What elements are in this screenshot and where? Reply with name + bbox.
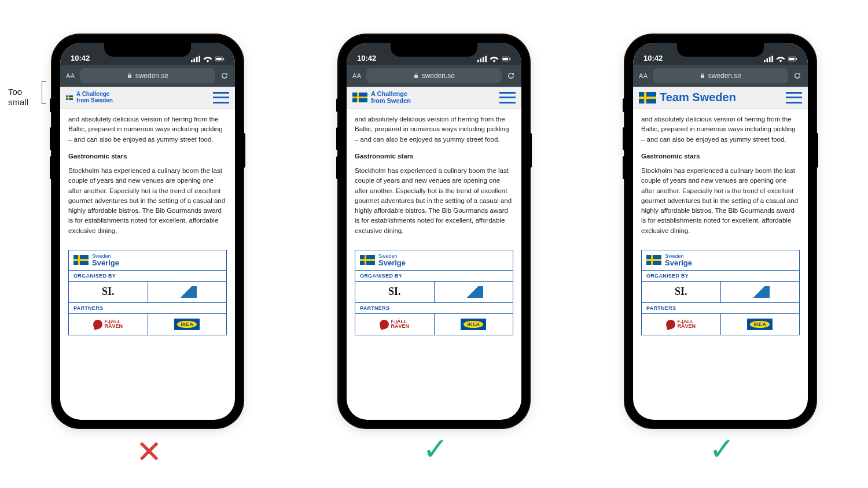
- svg-rect-5: [216, 58, 221, 60]
- fjallraven-icon: [379, 319, 391, 330]
- status-icons: [477, 56, 511, 62]
- verdict-correct-icon: ✓: [709, 431, 735, 467]
- article-body: and absolutely delicious version of herr…: [633, 109, 808, 245]
- footer-head-2: Sverige: [378, 259, 406, 267]
- partner-si[interactable]: SI.: [642, 282, 720, 302]
- annotation-too-small: Too small: [8, 87, 28, 108]
- browser-url-bar: AA sweden.se: [60, 65, 235, 87]
- battery-icon: [215, 56, 225, 62]
- menu-button[interactable]: [786, 92, 802, 103]
- url-box[interactable]: sweden.se: [653, 68, 788, 83]
- svg-rect-19: [789, 58, 794, 60]
- organised-by-label: ORGANISED BY: [69, 270, 226, 281]
- article-body: and absolutely delicious version of herr…: [60, 109, 235, 245]
- paragraph-2: Stockholm has experienced a culinary boo…: [641, 166, 800, 236]
- sweden-flag-icon: [352, 93, 367, 102]
- browser-url-bar: AA sweden.se: [347, 65, 521, 87]
- svg-rect-13: [510, 58, 510, 60]
- partner-si[interactable]: SI.: [355, 282, 434, 302]
- sweden-flag-icon: [66, 95, 73, 100]
- partner-fjallraven[interactable]: FJÄLLRÄVEN: [642, 314, 720, 335]
- reload-icon[interactable]: [793, 71, 802, 80]
- partner-fjallraven[interactable]: FJÄLLRÄVEN: [69, 314, 148, 335]
- partner-ikea[interactable]: IKEA: [434, 314, 513, 335]
- signal-icon: [191, 56, 200, 62]
- menu-button[interactable]: [499, 92, 516, 103]
- text-size-control[interactable]: AA: [352, 72, 362, 79]
- site-logo-small[interactable]: A Challenge from Sweden: [66, 91, 113, 103]
- battery-icon: [502, 56, 511, 62]
- phone-notch: [391, 43, 477, 57]
- partner-footer: Sweden Sverige ORGANISED BY SI. PARTNERS…: [355, 250, 513, 335]
- svg-rect-10: [485, 56, 487, 62]
- status-time: 10:42: [357, 54, 376, 62]
- verdict-correct-icon: ✓: [422, 431, 448, 467]
- sweden-flag-icon: [639, 92, 656, 103]
- page-topbar: Team Sweden: [633, 87, 808, 109]
- partner-si[interactable]: SI.: [69, 282, 148, 302]
- reload-icon[interactable]: [220, 71, 229, 80]
- site-logo-large[interactable]: Team Sweden: [639, 91, 736, 104]
- sweden-flag-icon: [73, 255, 89, 265]
- paragraph-1: and absolutely delicious version of herr…: [355, 114, 513, 145]
- logo-line-1: A Challenge: [371, 91, 411, 98]
- lock-icon: [413, 73, 419, 79]
- text-size-control[interactable]: AA: [66, 72, 75, 79]
- fjallraven-icon: [93, 319, 104, 330]
- logo-line-1: A Challenge: [76, 91, 113, 98]
- svg-rect-15: [766, 58, 768, 62]
- partner-business-sweden[interactable]: [148, 282, 227, 302]
- partner-business-sweden[interactable]: [434, 282, 513, 302]
- logo-text: Team Sweden: [660, 91, 736, 104]
- url-host: sweden.se: [135, 72, 168, 80]
- sweden-flag-icon: [646, 255, 661, 265]
- svg-rect-1: [193, 58, 195, 62]
- reload-icon[interactable]: [506, 71, 516, 80]
- signal-icon: [764, 56, 773, 62]
- partner-footer: Sweden Sverige ORGANISED BY SI. PARTNERS…: [641, 250, 800, 335]
- partners-label: PARTNERS: [69, 302, 226, 313]
- status-icons: [191, 56, 225, 62]
- article-body: and absolutely delicious version of herr…: [347, 109, 521, 245]
- browser-url-bar: AA sweden.se: [633, 65, 808, 87]
- svg-rect-6: [223, 58, 224, 60]
- site-logo-medium[interactable]: A Challenge from Sweden: [352, 91, 411, 104]
- business-sweden-icon: [177, 286, 197, 298]
- menu-button[interactable]: [213, 92, 229, 103]
- business-sweden-icon: [750, 286, 770, 298]
- wifi-icon: [490, 56, 499, 62]
- lock-icon: [127, 73, 133, 79]
- verdict-wrong-icon: ✕: [136, 434, 162, 470]
- svg-rect-3: [198, 56, 200, 62]
- lock-icon: [700, 73, 705, 79]
- svg-rect-2: [196, 57, 198, 62]
- svg-rect-20: [796, 58, 797, 60]
- phone-mockup-3: 10:42 AA sweden.se T: [625, 35, 816, 428]
- paragraph-1: and absolutely delicious version of herr…: [641, 114, 800, 145]
- phone-mockup-2: 10:42 AA sweden.se: [339, 35, 529, 428]
- status-time: 10:42: [71, 54, 90, 62]
- logo-line-2: from Sweden: [76, 98, 113, 104]
- paragraph-2: Stockholm has experienced a culinary boo…: [355, 166, 513, 236]
- partner-ikea[interactable]: IKEA: [720, 314, 800, 335]
- partner-fjallraven[interactable]: FJÄLLRÄVEN: [355, 314, 434, 335]
- subheading: Gastronomic stars: [68, 151, 227, 161]
- svg-rect-0: [191, 60, 193, 62]
- footer-head-2: Sverige: [92, 259, 119, 267]
- svg-rect-9: [483, 57, 484, 62]
- text-size-control[interactable]: AA: [639, 72, 648, 79]
- svg-rect-7: [477, 60, 479, 62]
- subheading: Gastronomic stars: [355, 151, 513, 161]
- paragraph-2: Stockholm has experienced a culinary boo…: [68, 166, 227, 236]
- svg-rect-12: [502, 58, 507, 60]
- url-box[interactable]: sweden.se: [366, 68, 502, 83]
- url-box[interactable]: sweden.se: [80, 68, 215, 83]
- paragraph-1: and absolutely delicious version of herr…: [68, 114, 227, 145]
- battery-icon: [788, 56, 797, 62]
- partners-label: PARTNERS: [642, 302, 799, 313]
- phone-notch: [677, 43, 764, 57]
- partner-ikea[interactable]: IKEA: [148, 314, 227, 335]
- wifi-icon: [203, 56, 212, 62]
- partner-business-sweden[interactable]: [720, 282, 800, 302]
- partner-footer: Sweden Sverige ORGANISED BY SI. PARTNERS…: [68, 250, 227, 335]
